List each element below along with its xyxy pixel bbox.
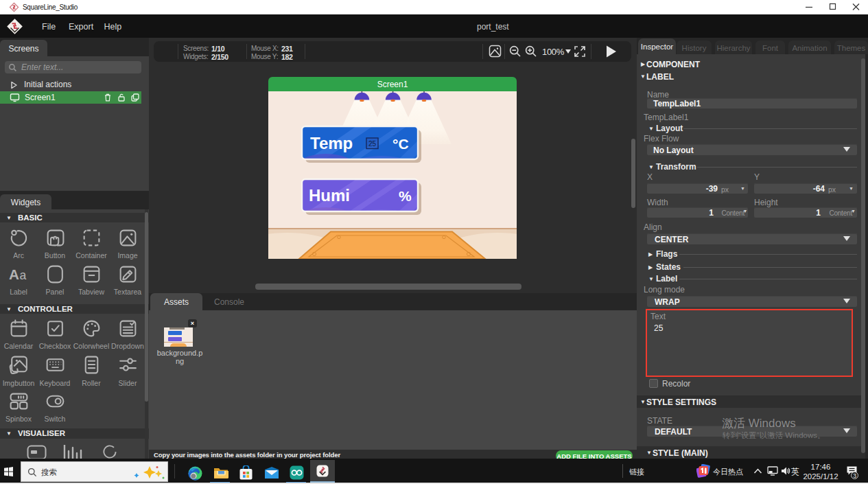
svg-text:%: % [399,188,412,204]
svg-text:25: 25 [368,140,377,148]
svg-text:°C: °C [392,136,409,152]
svg-text:Temp: Temp [310,134,353,152]
svg-text:a: a [19,268,26,282]
svg-text:A: A [9,266,19,282]
svg-text:Humi: Humi [309,186,350,205]
